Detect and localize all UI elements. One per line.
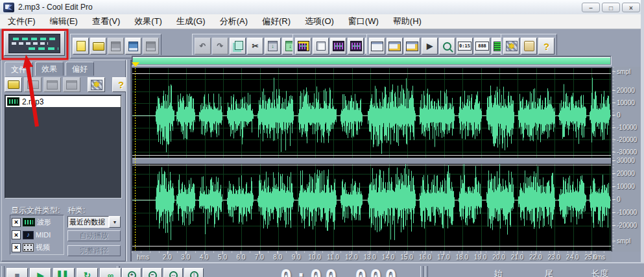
menu-item-favorites[interactable]: 偏好(R) (259, 14, 293, 29)
play-looped-button[interactable]: ↻ (77, 268, 98, 277)
show-cue-panel-icon (406, 42, 418, 51)
cut-button[interactable]: ✂ (247, 38, 263, 54)
ruler-value-label: 10000 (617, 99, 635, 106)
ruler-tick (612, 115, 615, 115)
waveform-display[interactable] (132, 67, 612, 251)
settings-button[interactable]: ✱ (503, 38, 519, 54)
timeline-label: 6.0 (236, 254, 245, 261)
show-organizer-panel-button[interactable] (387, 38, 403, 54)
playhead-top-marker[interactable] (132, 62, 139, 67)
organizer-insert-to-wave-button (63, 77, 80, 92)
timeline-label: 5.0 (218, 254, 227, 261)
organizer-open-file-button[interactable] (5, 77, 22, 92)
spectral-view-button[interactable] (313, 38, 329, 54)
tab-文件[interactable]: 文件 (5, 62, 33, 77)
checkbox-视频[interactable]: × (12, 243, 21, 252)
menu-item-file[interactable]: 文件(F) (5, 14, 38, 29)
overview-track[interactable] (132, 56, 612, 66)
show-file-panel-button[interactable] (369, 38, 385, 54)
checkbox-波形[interactable]: × (12, 218, 21, 227)
tab-效果[interactable]: 效果 (35, 62, 64, 76)
file-list[interactable]: 2.mp3 (5, 95, 122, 199)
help-button[interactable]: ? (538, 38, 555, 54)
copy-icon (235, 41, 243, 50)
organizer-options-button[interactable]: ✱ (88, 77, 105, 92)
stop-button[interactable]: ■ (6, 268, 28, 277)
timeline-label: 3.0 (181, 254, 190, 261)
waveform-view-button[interactable] (295, 38, 311, 54)
zoom-out-icon: − (149, 271, 157, 277)
paste-button[interactable]: ↓ (265, 38, 281, 54)
chevron-down-icon[interactable]: ▼ (109, 216, 121, 228)
zoom-in-button[interactable]: + (122, 268, 141, 277)
timeline-ruler[interactable]: hmshms2.03.04.05.06.07.08.09.010.011.012… (132, 250, 612, 262)
scripts-button[interactable] (521, 38, 537, 54)
sel-view-window-button[interactable]: 888 (474, 38, 490, 54)
cut-icon: ✂ (252, 42, 258, 50)
toolbar-grip[interactable] (425, 266, 428, 277)
checkbox-MIDI[interactable]: × (12, 230, 21, 239)
zoom-out-button[interactable]: − (143, 268, 162, 277)
play-window-button[interactable]: ▶ (422, 38, 438, 54)
timeline-label: 14.0 (382, 254, 394, 261)
overview-bar[interactable] (133, 57, 610, 64)
file-list-item[interactable]: 2.mp3 (6, 96, 121, 107)
sel-view-window-icon: 888 (475, 42, 489, 51)
time-display: 0:00.000 (280, 265, 400, 277)
timeline-label: 23.0 (547, 254, 560, 261)
kind-dropdown[interactable]: 最近的数据 ▼ (67, 216, 121, 228)
time-window-button[interactable]: 0:15 (457, 38, 473, 54)
checkbox-label: MIDI (36, 231, 51, 239)
menu-item-effects[interactable]: 效果(T) (132, 14, 165, 29)
menu-item-view[interactable]: 查看(V) (89, 14, 123, 29)
copy-button[interactable] (230, 38, 246, 54)
ruler-tick (612, 212, 615, 213)
timeline-label: 9.0 (292, 254, 301, 261)
zoom-window-button[interactable] (439, 38, 455, 54)
amplitude-ruler[interactable]: smpl20000100000-10000-20000-300003000020… (612, 67, 641, 252)
ruler-value-label: -20000 (617, 222, 637, 229)
tab-偏好[interactable]: 偏好 (66, 62, 94, 76)
zoom-horizontal-button[interactable]: ↔ (163, 268, 183, 277)
play-list-view-button[interactable] (348, 38, 364, 54)
close-button[interactable]: × (622, 3, 640, 12)
panel-splitter[interactable] (126, 60, 132, 261)
wv-icon (23, 218, 35, 226)
show-cue-panel-button[interactable] (404, 38, 420, 54)
timeline-label: 7.0 (255, 254, 264, 261)
toolbar-grip[interactable] (420, 266, 423, 277)
cue-list-view-button[interactable] (330, 38, 346, 54)
ruler-value-label: 0 (617, 196, 621, 203)
ruler-tick (612, 160, 615, 161)
kind-dropdown-value: 最近的数据 (67, 216, 109, 228)
toolbar-grip[interactable] (1, 266, 5, 277)
timeline-label: 4.0 (200, 254, 209, 261)
loop-button[interactable]: ∞ (100, 268, 121, 277)
minimize-button[interactable]: – (582, 3, 600, 12)
menu-item-window[interactable]: 窗口(W) (346, 14, 381, 29)
play-button[interactable]: ▶ (30, 268, 51, 277)
title-bar: 2.mp3 - Cool Edit Pro –□× (0, 0, 644, 15)
timeline-label: 11.0 (327, 254, 339, 261)
open-file-button[interactable] (90, 38, 106, 54)
menu-item-edit[interactable]: 编辑(E) (47, 14, 80, 29)
save-as-button[interactable] (125, 38, 141, 54)
status-field-2: 长度 (591, 268, 608, 277)
menu-item-analyze[interactable]: 分析(A) (217, 14, 250, 29)
timeline-label: 18.0 (455, 254, 468, 261)
ruler-tick (612, 173, 615, 174)
redo-button: ↷ (212, 38, 228, 54)
pause-button[interactable]: ▌▌ (53, 268, 75, 277)
menu-item-options[interactable]: 选项(O) (302, 14, 337, 29)
menu-item-generate[interactable]: 生成(G) (174, 14, 208, 29)
multitrack-view-toggle-button[interactable] (4, 31, 65, 56)
zoom-vertical-button[interactable]: ↕ (184, 268, 204, 277)
ruler-tick (612, 127, 615, 128)
insert-to-wave-icon (66, 80, 77, 90)
new-file-button[interactable] (73, 38, 89, 54)
ruler-tick (612, 139, 615, 140)
maximize-button[interactable]: □ (602, 3, 620, 12)
settings-icon: ✱ (506, 41, 518, 51)
organizer-close-file-button (24, 77, 42, 92)
menu-item-help[interactable]: 帮助(H) (390, 14, 424, 29)
